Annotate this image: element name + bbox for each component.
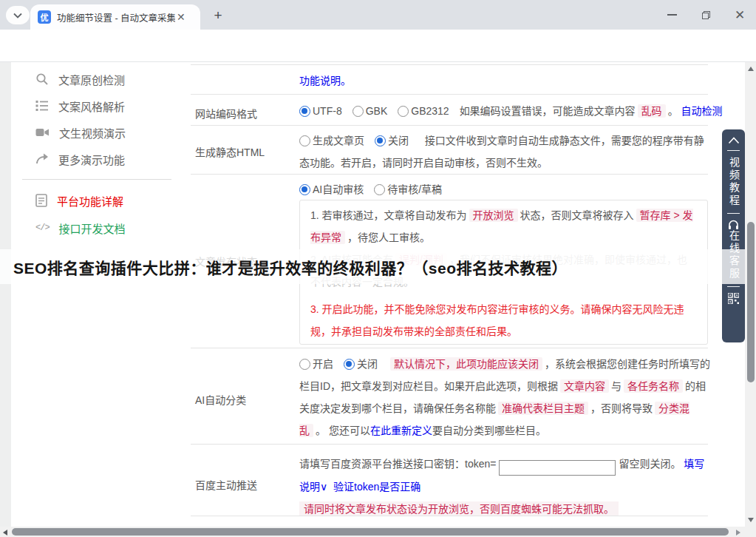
baidu-push-warning: 请同时将文章发布状态设为开放浏览，否则百度蜘蛛可能无法抓取。 bbox=[299, 501, 619, 516]
row-divider bbox=[191, 444, 708, 445]
row-divider bbox=[191, 516, 708, 516]
vertical-scrollbar[interactable] bbox=[745, 62, 756, 527]
radio-icon[interactable] bbox=[374, 184, 385, 195]
sidebar-item-api-docs[interactable]: </> 接口开发文档 bbox=[35, 220, 126, 236]
video-camera-icon bbox=[35, 126, 50, 139]
row-label-auto-category: AI自动分类 bbox=[195, 392, 246, 407]
radio-checked-icon[interactable] bbox=[299, 184, 310, 195]
widget-divider bbox=[727, 150, 740, 151]
radio-option-generate-page[interactable]: 生成文章页 bbox=[299, 135, 364, 146]
row-divider bbox=[191, 64, 708, 65]
scroll-down-arrow-icon[interactable] bbox=[748, 518, 754, 522]
radio-icon[interactable] bbox=[398, 106, 409, 117]
tab-search-button[interactable] bbox=[6, 6, 30, 24]
horizontal-scrollbar-thumb[interactable] bbox=[12, 528, 729, 536]
verify-token-link[interactable]: 验证token是否正确 bbox=[333, 481, 420, 493]
new-tab-button[interactable]: + bbox=[209, 7, 227, 24]
radio-option-gbk[interactable]: GBK bbox=[353, 105, 388, 117]
encoding-note: 如果编码设置错误，可能造成文章内容 bbox=[460, 105, 636, 117]
sidebar-divider bbox=[22, 179, 171, 180]
feature-description-link[interactable]: 功能说明。 bbox=[299, 72, 351, 87]
horizontal-scrollbar[interactable] bbox=[0, 527, 745, 537]
radio-option-on[interactable]: 开启 bbox=[299, 358, 333, 370]
sidebar: 文章原创检测 文案风格解析 文生视频演示 更多演示功能 bbox=[11, 62, 191, 537]
tab-close-icon[interactable]: ✕ bbox=[177, 11, 185, 23]
baidu-token-prompt: 请填写百度资源平台推送接口密钥：token= bbox=[299, 458, 496, 470]
radio-option-ai-review[interactable]: AI自动审核 bbox=[299, 183, 364, 195]
baidu-token-input[interactable] bbox=[499, 460, 616, 476]
row-body-baidu-push: 请填写百度资源平台推送接口密钥：token=留空则关闭。 填写说明∨ 验证tok… bbox=[299, 453, 710, 520]
row-divider bbox=[191, 94, 708, 95]
code-highlight: 乱码 bbox=[638, 104, 666, 118]
restore-icon bbox=[702, 11, 710, 19]
sidebar-item-platform-features[interactable]: 平台功能详解 bbox=[35, 192, 123, 209]
radio-icon[interactable] bbox=[299, 359, 310, 370]
window-restore-button[interactable] bbox=[689, 0, 723, 30]
radio-icon[interactable] bbox=[299, 135, 310, 146]
scroll-left-arrow-icon[interactable] bbox=[3, 530, 7, 536]
search-icon bbox=[35, 72, 49, 86]
row-divider bbox=[191, 125, 708, 126]
radio-checked-icon[interactable] bbox=[299, 106, 310, 117]
widget-divider bbox=[727, 213, 740, 214]
seo-overlay-title: SEO排名查询插件大比拼：谁才是提升效率的终极利器？（seo排名技术教程） bbox=[13, 256, 568, 278]
collapse-chevron-icon[interactable] bbox=[728, 137, 740, 144]
scroll-right-arrow-icon[interactable] bbox=[736, 530, 740, 536]
row-label-encoding: 网站编码格式 bbox=[195, 106, 257, 121]
ordered-list-icon bbox=[35, 99, 49, 112]
sidebar-item-style-analysis[interactable]: 文案风格解析 bbox=[35, 98, 125, 114]
browser-tab-bar: 优 功能细节设置 - 自动文章采集器 ✕ + ✕ bbox=[0, 0, 756, 30]
browser-toolbar: ← → ucaiyun.com/caiji/settings/ ☆ 井 bbox=[0, 30, 756, 62]
sidebar-item-more-demos[interactable]: 更多演示功能 bbox=[35, 151, 125, 167]
widget-divider bbox=[727, 286, 740, 287]
sidebar-item-text-to-video[interactable]: 文生视频演示 bbox=[35, 124, 126, 141]
row-divider bbox=[191, 174, 708, 175]
row-body-encoding: UTF-8GBKGB2312如果编码设置错误，可能造成文章内容乱码。 自动检测 bbox=[299, 100, 710, 122]
row-body-static-html: 生成文章页关闭 接口文件收到文章时自动生成静态文件，需要您的程序带有静态功能。若… bbox=[299, 129, 710, 174]
scroll-up-arrow-icon[interactable] bbox=[748, 67, 754, 71]
notice-point-1: 1. 若审核通过，文章将自动发布为开放浏览状态，否则文章将被存入暂存库 > 发布… bbox=[310, 204, 697, 249]
radio-option-off[interactable]: 关闭 bbox=[344, 358, 378, 370]
document-icon bbox=[35, 194, 47, 207]
redefine-categories-link[interactable]: 在此重新定义 bbox=[370, 425, 432, 436]
qr-code-icon[interactable] bbox=[728, 293, 739, 304]
site-favicon: 优 bbox=[38, 10, 51, 24]
video-tutorial-button[interactable]: 视频教程 bbox=[722, 157, 745, 207]
radio-icon[interactable] bbox=[353, 106, 364, 117]
radio-checked-icon[interactable] bbox=[375, 135, 386, 146]
code-icon: </> bbox=[35, 223, 50, 233]
code-highlight: 准确代表栏目主题 bbox=[498, 402, 588, 415]
window-close-button[interactable]: ✕ bbox=[723, 0, 756, 30]
page-left-gutter bbox=[0, 62, 11, 537]
row-divider bbox=[191, 348, 708, 348]
radio-option-gb2312[interactable]: GB2312 bbox=[398, 105, 449, 117]
browser-tab[interactable]: 优 功能细节设置 - 自动文章采集器 ✕ bbox=[30, 4, 200, 30]
radio-checked-icon[interactable] bbox=[344, 359, 355, 370]
code-highlight: 默认情况下，此项功能应该关闭 bbox=[390, 357, 542, 371]
row-body-auto-category: 开启关闭默认情况下，此项功能应该关闭，系统会根据您创建任务时所填写的栏目ID，把… bbox=[299, 353, 710, 442]
headset-icon bbox=[728, 220, 739, 230]
share-arrow-icon bbox=[35, 152, 49, 166]
window-minimize-button[interactable] bbox=[655, 0, 689, 30]
code-highlight: 文章内容 bbox=[560, 379, 609, 393]
auto-detect-link[interactable]: 自动检测 bbox=[681, 105, 723, 117]
scrollbar-corner bbox=[745, 527, 756, 537]
floating-help-widget: 视频教程 在线客服 bbox=[722, 129, 745, 342]
sidebar-item-originality-check[interactable]: 文章原创检测 bbox=[35, 71, 125, 87]
settings-table: 功能说明。 网站编码格式 UTF-8GBKGB2312如果编码设置错误，可能造成… bbox=[191, 62, 708, 537]
tab-title: 功能细节设置 - 自动文章采集器 bbox=[57, 10, 175, 24]
row-body-publish-state: AI自动审核待审核/草稿 bbox=[299, 178, 710, 200]
code-highlight: 各任务名称 bbox=[624, 379, 683, 393]
row-label-baidu-push: 百度主动推送 bbox=[195, 477, 257, 492]
radio-option-pending-draft[interactable]: 待审核/草稿 bbox=[374, 183, 442, 195]
seo-overlay-band: SEO排名查询插件大比拼：谁才是提升效率的终极利器？（seo排名技术教程） bbox=[0, 249, 745, 284]
row-label-static-html: 生成静态HTML bbox=[195, 144, 265, 159]
radio-option-utf8[interactable]: UTF-8 bbox=[299, 105, 342, 117]
notice-point-3: 3. 开启此功能，并不能免除您对发布内容进行审核的义务。请确保内容无风险无违规，… bbox=[310, 298, 697, 342]
page-viewport: 文章原创检测 文案风格解析 文生视频演示 更多演示功能 bbox=[0, 62, 756, 537]
radio-option-off[interactable]: 关闭 bbox=[375, 135, 409, 146]
vertical-scrollbar-thumb[interactable] bbox=[747, 222, 755, 382]
minimize-icon bbox=[667, 14, 677, 16]
chevron-down-icon bbox=[13, 13, 22, 18]
